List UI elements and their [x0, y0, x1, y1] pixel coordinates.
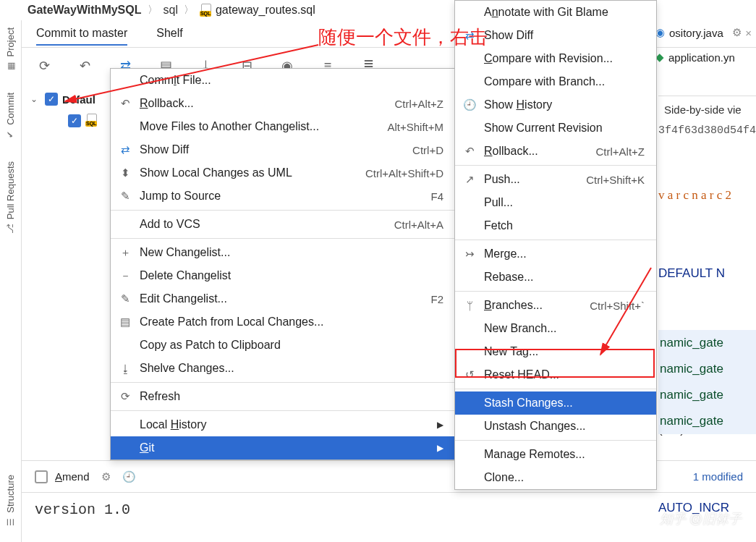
menu-item[interactable]: Compare with Revision...: [455, 47, 656, 70]
menu-shortcut: Ctrl+Alt+A: [380, 219, 443, 231]
commit-icon: ✔: [6, 131, 16, 138]
menu-item[interactable]: ⇄Show DiffCtrl+D: [111, 138, 455, 161]
close-icon[interactable]: ×: [745, 27, 752, 39]
editor-tab[interactable]: ◉ ository.java ×: [651, 20, 756, 45]
sql-file-icon: SQL: [200, 4, 213, 17]
menu-label: Copy as Patch to Clipboard: [140, 339, 443, 352]
menu-item[interactable]: ⬍Show Local Changes as UMLCtrl+Alt+Shift…: [111, 161, 455, 185]
context-menu: Commit File...↶Rollback...Ctrl+Alt+ZMove…: [110, 68, 456, 460]
menu-item[interactable]: Add to VCSCtrl+Alt+A: [111, 213, 455, 236]
amend-checkbox[interactable]: [35, 470, 48, 483]
menu-label: Git: [140, 441, 422, 454]
changelist-checkbox[interactable]: ✓: [45, 93, 58, 106]
menu-item[interactable]: ↺Reset HEAD...: [455, 363, 656, 386]
menu-icon: ⭳: [118, 363, 132, 375]
file-checkbox[interactable]: ✓: [68, 114, 81, 127]
project-tool[interactable]: ▦Project: [5, 27, 16, 71]
menu-shortcut: Ctrl+Shift+`: [575, 300, 645, 312]
menu-item[interactable]: ↗Push...Ctrl+Shift+K: [455, 168, 656, 191]
menu-label: Move Files to Another Changelist...: [140, 120, 365, 133]
history-icon[interactable]: 🕘: [122, 470, 136, 483]
menu-item[interactable]: Move Files to Another Changelist...Alt+S…: [111, 115, 455, 138]
menu-shortcut: Alt+Shift+M: [373, 121, 443, 133]
menu-shortcut: Ctrl+Alt+Z: [581, 145, 645, 158]
menu-label: Clone...: [484, 471, 645, 484]
menu-item[interactable]: Copy as Patch to Clipboard: [111, 334, 455, 357]
menu-label: Unstash Changes...: [484, 420, 645, 433]
menu-item[interactable]: Pull...: [455, 191, 656, 214]
menu-label: Reset HEAD...: [484, 368, 645, 381]
structure-tool[interactable]: ☰Structure: [5, 475, 16, 528]
menu-item[interactable]: Local History▶: [111, 413, 455, 436]
menu-item[interactable]: Stash Changes...: [455, 391, 656, 415]
menu-icon: ↶: [118, 97, 132, 110]
menu-item[interactable]: Git▶: [111, 436, 455, 460]
chevron-right-icon: ▶: [437, 420, 443, 430]
menu-label: Shelve Changes...: [140, 362, 443, 375]
menu-label: Show Diff: [484, 29, 645, 42]
annotation-text: 随便一个文件，右击: [318, 25, 488, 50]
menu-label: Merge...: [484, 247, 645, 261]
menu-icon: ✎: [118, 292, 132, 305]
menu-label: New Branch...: [484, 322, 645, 335]
menu-item[interactable]: ⟳Refresh: [111, 385, 455, 408]
tab-commit[interactable]: Commit to master: [36, 22, 127, 46]
menu-item[interactable]: Show Current Revision: [455, 117, 656, 140]
diff-view-header[interactable]: Side-by-side vie: [658, 96, 756, 127]
rollback-icon[interactable]: ↶: [77, 58, 93, 74]
menu-label: New Changelist...: [140, 246, 443, 259]
menu-item[interactable]: ✎Jump to SourceF4: [111, 185, 455, 208]
menu-icon: －: [118, 269, 132, 283]
menu-label: Rollback...: [140, 97, 373, 110]
editor-tabs-overflow: ◉ ository.java × ◆ application.yn: [651, 20, 756, 69]
pull-requests-tool[interactable]: ⎇Pull Requests: [5, 161, 16, 234]
menu-item[interactable]: ↶Rollback...Ctrl+Alt+Z: [455, 140, 656, 163]
menu-item[interactable]: Unstash Changes...: [455, 415, 656, 438]
menu-item[interactable]: 🕘Show History: [455, 93, 656, 117]
menu-shortcut: Ctrl+Shift+K: [572, 174, 645, 186]
menu-item[interactable]: Annotate with Git Blame: [455, 1, 656, 24]
menu-item[interactable]: Compare with Branch...: [455, 70, 656, 93]
menu-icon: ⬍: [118, 166, 132, 179]
editor-tab[interactable]: ◆ application.yn: [651, 45, 756, 69]
modified-link[interactable]: 1 modified: [693, 470, 743, 483]
amend-label[interactable]: Amend: [55, 470, 90, 483]
menu-item[interactable]: ↣Merge...: [455, 242, 656, 266]
refresh-icon[interactable]: ⟳: [36, 58, 52, 74]
menu-item[interactable]: New Tag...: [455, 340, 656, 363]
menu-label: Add to VCS: [140, 218, 373, 231]
menu-item[interactable]: Commit File...: [111, 69, 455, 92]
menu-label: Edit Changelist...: [140, 292, 409, 305]
menu-item[interactable]: ⭳Shelve Changes...: [111, 357, 455, 380]
menu-icon: ＋: [118, 246, 132, 260]
menu-item[interactable]: ✎Edit Changelist...F2: [111, 287, 455, 310]
commit-tool[interactable]: ✔Commit: [5, 93, 16, 140]
breadcrumb-file[interactable]: gateway_routes.sql: [216, 4, 315, 17]
project-icon: ▦: [6, 62, 16, 70]
menu-label: Delete Changelist: [140, 269, 443, 282]
menu-item[interactable]: Manage Remotes...: [455, 443, 656, 466]
menu-item[interactable]: New Branch...: [455, 317, 656, 340]
menu-label: Show Local Changes as UML: [140, 166, 344, 179]
commit-message[interactable]: version 1.0: [22, 492, 756, 542]
menu-label: Fetch: [484, 219, 645, 232]
tab-shelf[interactable]: Shelf: [156, 22, 182, 46]
menu-item[interactable]: Clone...: [455, 466, 656, 489]
menu-label: Create Patch from Local Changes...: [140, 316, 443, 329]
menu-label: Stash Changes...: [484, 397, 645, 410]
menu-item[interactable]: ＋New Changelist...: [111, 241, 455, 264]
breadcrumb-project[interactable]: GateWayWithMySQL: [27, 4, 142, 17]
menu-item[interactable]: Fetch: [455, 214, 656, 237]
menu-item[interactable]: ▤Create Patch from Local Changes...: [111, 310, 455, 334]
menu-item[interactable]: ↶Rollback...Ctrl+Alt+Z: [111, 92, 455, 115]
menu-item[interactable]: ᛘBranches...Ctrl+Shift+`: [455, 294, 656, 317]
menu-label: Show Diff: [140, 143, 391, 156]
menu-item[interactable]: Rebase...: [455, 266, 656, 289]
chevron-down-icon[interactable]: ⌄: [30, 94, 41, 104]
gear-icon[interactable]: ⚙: [101, 470, 111, 483]
menu-item[interactable]: －Delete Changelist: [111, 264, 455, 287]
changelist-label: Defaul: [62, 93, 95, 106]
breadcrumb-folder[interactable]: sql: [163, 4, 178, 17]
menu-icon: ↣: [462, 247, 477, 261]
menu-label: Branches...: [484, 299, 568, 312]
